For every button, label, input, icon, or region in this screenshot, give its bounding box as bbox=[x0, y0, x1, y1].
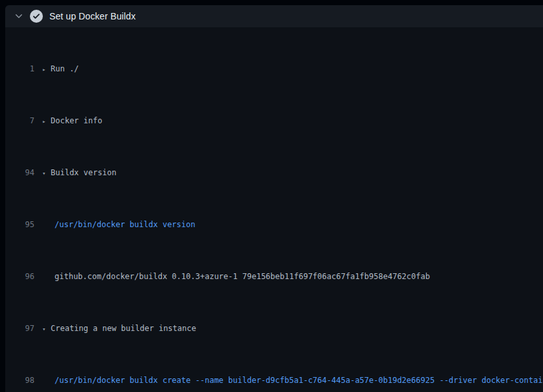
group-toggle-icon[interactable]: ▾ bbox=[42, 323, 51, 336]
log-line: 7 ▸ Docker info bbox=[5, 114, 543, 127]
group-title[interactable]: Buildx version bbox=[51, 166, 116, 179]
line-number[interactable]: 97 bbox=[5, 322, 34, 335]
line-number[interactable]: 95 bbox=[5, 218, 34, 231]
step-title: Set up Docker Buildx bbox=[49, 11, 136, 21]
log-line: 97 ▾ Creating a new builder instance bbox=[5, 322, 543, 335]
chevron-down-icon[interactable] bbox=[14, 11, 24, 21]
line-number[interactable]: 7 bbox=[5, 114, 34, 127]
group-title[interactable]: Creating a new builder instance bbox=[51, 322, 196, 335]
line-number[interactable]: 94 bbox=[5, 166, 34, 179]
log-line: 94 ▾ Buildx version bbox=[5, 166, 543, 179]
check-circle-icon bbox=[30, 10, 43, 23]
log-body: 1 ▸ Run ./ 7 ▸ Docker info 94 ▾ Buildx v… bbox=[5, 27, 543, 392]
command-text: /usr/bin/docker buildx version bbox=[51, 218, 196, 231]
command-text: /usr/bin/docker buildx create --name bui… bbox=[51, 374, 543, 387]
step-header[interactable]: Set up Docker Buildx bbox=[5, 5, 543, 27]
log-line: 95 /usr/bin/docker buildx version bbox=[5, 218, 543, 231]
log-line: 98 /usr/bin/docker buildx create --name … bbox=[5, 374, 543, 387]
line-number[interactable]: 96 bbox=[5, 270, 34, 283]
line-number[interactable]: 1 bbox=[5, 62, 34, 75]
log-line: 96 github.com/docker/buildx 0.10.3+azure… bbox=[5, 270, 543, 283]
group-title[interactable]: Run ./ bbox=[51, 62, 79, 75]
step-log-card: Set up Docker Buildx 1 ▸ Run ./ 7 ▸ Dock… bbox=[5, 5, 543, 392]
group-toggle-icon[interactable]: ▸ bbox=[42, 115, 51, 128]
group-title[interactable]: Docker info bbox=[51, 114, 102, 127]
log-line: 1 ▸ Run ./ bbox=[5, 62, 543, 75]
line-number[interactable]: 98 bbox=[5, 374, 34, 387]
group-toggle-icon[interactable]: ▾ bbox=[42, 167, 51, 180]
group-toggle-icon[interactable]: ▸ bbox=[42, 63, 51, 76]
output-text: github.com/docker/buildx 0.10.3+azure-1 … bbox=[51, 270, 430, 283]
